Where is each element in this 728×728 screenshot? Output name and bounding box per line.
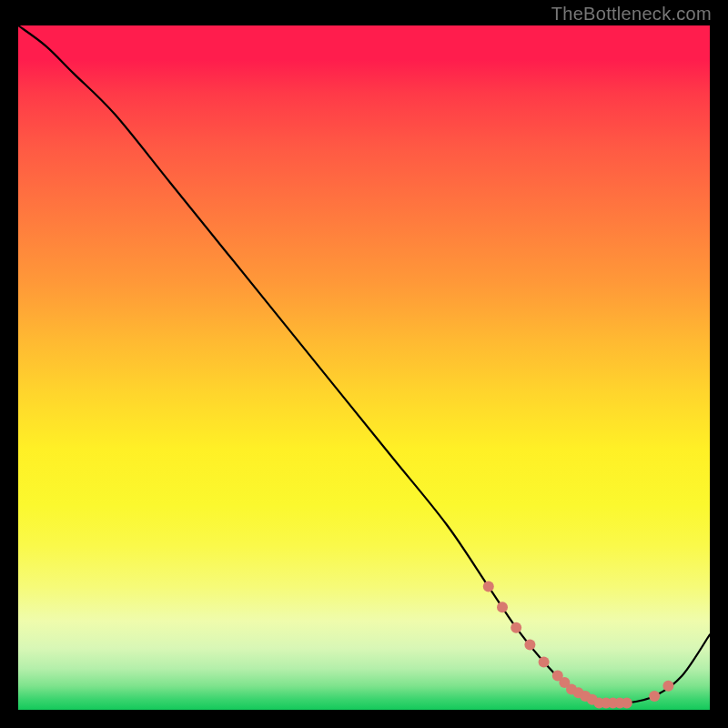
highlight-dot bbox=[539, 656, 550, 667]
highlight-dots-group bbox=[483, 581, 674, 709]
bottleneck-curve-path bbox=[18, 25, 710, 704]
curve-layer bbox=[18, 25, 710, 710]
highlight-dot bbox=[524, 640, 535, 651]
highlight-dot bbox=[483, 581, 494, 592]
plot-area bbox=[18, 25, 710, 710]
highlight-dot bbox=[662, 681, 673, 692]
highlight-dot bbox=[497, 602, 508, 612]
watermark-text: TheBottleneck.com bbox=[551, 4, 712, 25]
highlight-dot bbox=[622, 698, 632, 709]
highlight-dot bbox=[649, 691, 660, 702]
highlight-dot bbox=[511, 622, 521, 633]
chart-stage: TheBottleneck.com bbox=[0, 0, 728, 728]
